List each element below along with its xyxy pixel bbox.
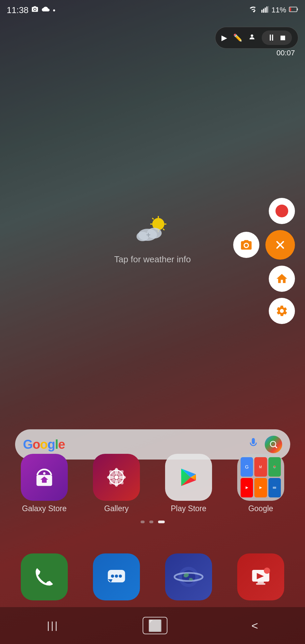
svg-rect-1: [263, 8, 264, 12]
wifi-icon: [249, 6, 259, 15]
svg-marker-43: [246, 486, 248, 489]
app-gallery[interactable]: Gallery: [93, 454, 140, 513]
forward-icon[interactable]: ▶: [221, 34, 227, 42]
lens-icon[interactable]: [265, 436, 282, 453]
page-dot-3: [158, 521, 165, 523]
settings-fab[interactable]: [269, 298, 295, 324]
svg-point-26: [114, 475, 118, 479]
mic-icon[interactable]: [247, 437, 259, 452]
svg-rect-45: [273, 487, 276, 489]
recorder-toolbar[interactable]: ▶ ✏️ ⏸ ⏹: [215, 27, 298, 49]
galaxy-store-label: Galaxy Store: [22, 504, 67, 513]
svg-point-49: [119, 575, 122, 578]
app-screen-recorder[interactable]: [237, 553, 284, 600]
svg-point-20: [270, 441, 275, 447]
svg-point-48: [115, 575, 118, 578]
svg-rect-0: [261, 10, 262, 13]
play-store-icon: [165, 454, 212, 501]
person-icon[interactable]: [248, 33, 256, 43]
status-time: 11:38: [7, 5, 29, 15]
home-fab[interactable]: [269, 266, 295, 292]
close-fab[interactable]: [265, 230, 295, 260]
svg-text:M: M: [259, 465, 262, 469]
page-dot-2: [149, 521, 153, 523]
app-browser[interactable]: [165, 553, 212, 600]
messages-icon: [93, 553, 140, 600]
pencil-icon[interactable]: ✏️: [233, 34, 242, 42]
recents-button[interactable]: |||: [37, 616, 69, 635]
screenshot-icon: [31, 6, 39, 15]
svg-rect-4: [268, 6, 269, 13]
browser-icon: [165, 553, 212, 600]
svg-point-47: [111, 575, 114, 578]
fab-row-camera: [233, 230, 295, 260]
signal-icon: [261, 6, 269, 14]
app-google-folder[interactable]: G M 📍 Google: [237, 454, 284, 513]
galaxy-store-icon: [21, 454, 68, 501]
page-indicators: [141, 521, 165, 523]
stop-icon[interactable]: ⏹: [279, 34, 287, 42]
fab-row-home: [269, 266, 295, 292]
app-phone[interactable]: [21, 553, 68, 600]
svg-line-15: [163, 229, 164, 230]
svg-text:+: +: [146, 231, 150, 239]
svg-rect-58: [258, 582, 264, 583]
recorder-timer: 00:07: [276, 49, 295, 57]
cloud-icon: [41, 6, 50, 14]
screen-rec-icon: [237, 553, 284, 600]
svg-rect-2: [265, 7, 266, 12]
record-fab[interactable]: [269, 198, 295, 224]
home-button[interactable]: ⬜: [143, 617, 167, 634]
svg-rect-59: [256, 583, 265, 585]
notification-dot: ●: [53, 7, 55, 13]
svg-point-30: [119, 475, 126, 479]
fab-container: [233, 198, 295, 324]
phone-icon: [21, 553, 68, 600]
svg-point-29: [107, 475, 114, 479]
app-play-store[interactable]: Play Store: [165, 454, 212, 513]
app-galaxy-store[interactable]: Galaxy Store: [21, 454, 68, 513]
svg-text:📍: 📍: [273, 465, 276, 469]
svg-line-14: [152, 218, 153, 219]
google-logo: Google: [23, 437, 65, 452]
gallery-label: Gallery: [104, 504, 129, 513]
svg-rect-6: [297, 8, 298, 10]
battery-icon: [289, 6, 298, 14]
svg-line-21: [275, 446, 277, 448]
status-bar: 11:38 ●: [0, 0, 305, 20]
svg-point-27: [114, 468, 118, 475]
status-left: 11:38 ●: [7, 5, 56, 15]
svg-point-28: [114, 480, 118, 487]
google-folder-label: Google: [248, 504, 273, 513]
status-right: 11%: [249, 6, 298, 15]
gallery-icon: [93, 454, 140, 501]
app-row-1: Galaxy Store Gallery: [8, 454, 297, 513]
pause-icon[interactable]: ⏸: [267, 33, 276, 43]
svg-rect-3: [266, 6, 267, 13]
recorder-timer-container: 00:07: [276, 49, 295, 57]
app-messages[interactable]: [93, 553, 140, 600]
back-button[interactable]: <: [241, 616, 268, 636]
svg-point-56: [264, 568, 270, 574]
weather-widget[interactable]: + Tap for weather info: [114, 215, 191, 265]
page-dot-1: [141, 521, 145, 523]
app-dock: [8, 553, 297, 600]
nav-bar: ||| ⬜ <: [0, 607, 305, 644]
svg-point-23: [43, 472, 46, 475]
svg-marker-44: [259, 486, 262, 489]
screenshot-fab[interactable]: [233, 232, 259, 258]
weather-text: Tap for weather info: [114, 254, 191, 265]
google-folder-icon: G M 📍: [237, 454, 284, 501]
weather-icon: +: [134, 215, 171, 250]
svg-rect-7: [290, 7, 291, 11]
play-store-label: Play Store: [171, 504, 206, 513]
svg-point-8: [251, 34, 253, 37]
battery-text: 11%: [271, 6, 286, 14]
